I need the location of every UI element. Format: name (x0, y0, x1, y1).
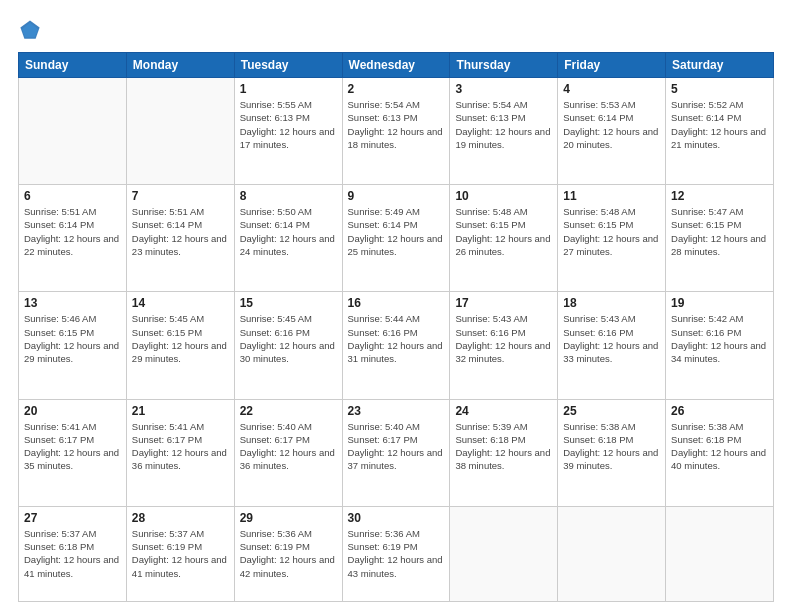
weekday-header-tuesday: Tuesday (234, 53, 342, 78)
calendar-cell (558, 506, 666, 601)
day-info: Sunrise: 5:42 AM Sunset: 6:16 PM Dayligh… (671, 312, 768, 365)
day-info: Sunrise: 5:36 AM Sunset: 6:19 PM Dayligh… (240, 527, 337, 580)
day-info: Sunrise: 5:53 AM Sunset: 6:14 PM Dayligh… (563, 98, 660, 151)
calendar-cell: 12Sunrise: 5:47 AM Sunset: 6:15 PM Dayli… (666, 185, 774, 292)
day-info: Sunrise: 5:51 AM Sunset: 6:14 PM Dayligh… (24, 205, 121, 258)
calendar-cell: 10Sunrise: 5:48 AM Sunset: 6:15 PM Dayli… (450, 185, 558, 292)
day-number: 4 (563, 82, 660, 96)
calendar-cell: 7Sunrise: 5:51 AM Sunset: 6:14 PM Daylig… (126, 185, 234, 292)
calendar-cell: 6Sunrise: 5:51 AM Sunset: 6:14 PM Daylig… (19, 185, 127, 292)
calendar-table: SundayMondayTuesdayWednesdayThursdayFrid… (18, 52, 774, 602)
calendar-cell: 21Sunrise: 5:41 AM Sunset: 6:17 PM Dayli… (126, 399, 234, 506)
day-number: 1 (240, 82, 337, 96)
day-number: 26 (671, 404, 768, 418)
header (18, 18, 774, 42)
day-number: 17 (455, 296, 552, 310)
calendar-cell: 29Sunrise: 5:36 AM Sunset: 6:19 PM Dayli… (234, 506, 342, 601)
day-number: 30 (348, 511, 445, 525)
day-number: 3 (455, 82, 552, 96)
calendar-cell: 11Sunrise: 5:48 AM Sunset: 6:15 PM Dayli… (558, 185, 666, 292)
day-number: 28 (132, 511, 229, 525)
day-info: Sunrise: 5:43 AM Sunset: 6:16 PM Dayligh… (455, 312, 552, 365)
weekday-header-monday: Monday (126, 53, 234, 78)
day-info: Sunrise: 5:38 AM Sunset: 6:18 PM Dayligh… (563, 420, 660, 473)
day-info: Sunrise: 5:48 AM Sunset: 6:15 PM Dayligh… (563, 205, 660, 258)
day-number: 20 (24, 404, 121, 418)
calendar-week-3: 13Sunrise: 5:46 AM Sunset: 6:15 PM Dayli… (19, 292, 774, 399)
calendar-cell: 2Sunrise: 5:54 AM Sunset: 6:13 PM Daylig… (342, 78, 450, 185)
calendar-cell: 28Sunrise: 5:37 AM Sunset: 6:19 PM Dayli… (126, 506, 234, 601)
calendar-week-1: 1Sunrise: 5:55 AM Sunset: 6:13 PM Daylig… (19, 78, 774, 185)
day-info: Sunrise: 5:55 AM Sunset: 6:13 PM Dayligh… (240, 98, 337, 151)
day-info: Sunrise: 5:51 AM Sunset: 6:14 PM Dayligh… (132, 205, 229, 258)
day-number: 23 (348, 404, 445, 418)
day-number: 9 (348, 189, 445, 203)
day-number: 19 (671, 296, 768, 310)
calendar-cell: 24Sunrise: 5:39 AM Sunset: 6:18 PM Dayli… (450, 399, 558, 506)
calendar-cell (450, 506, 558, 601)
day-number: 5 (671, 82, 768, 96)
day-info: Sunrise: 5:38 AM Sunset: 6:18 PM Dayligh… (671, 420, 768, 473)
day-number: 2 (348, 82, 445, 96)
calendar-cell: 23Sunrise: 5:40 AM Sunset: 6:17 PM Dayli… (342, 399, 450, 506)
day-number: 18 (563, 296, 660, 310)
calendar-week-5: 27Sunrise: 5:37 AM Sunset: 6:18 PM Dayli… (19, 506, 774, 601)
calendar-cell (666, 506, 774, 601)
logo (18, 18, 46, 42)
day-info: Sunrise: 5:40 AM Sunset: 6:17 PM Dayligh… (348, 420, 445, 473)
calendar-cell: 15Sunrise: 5:45 AM Sunset: 6:16 PM Dayli… (234, 292, 342, 399)
day-number: 15 (240, 296, 337, 310)
day-number: 11 (563, 189, 660, 203)
calendar-cell: 20Sunrise: 5:41 AM Sunset: 6:17 PM Dayli… (19, 399, 127, 506)
day-info: Sunrise: 5:49 AM Sunset: 6:14 PM Dayligh… (348, 205, 445, 258)
day-number: 25 (563, 404, 660, 418)
calendar-cell: 14Sunrise: 5:45 AM Sunset: 6:15 PM Dayli… (126, 292, 234, 399)
calendar-cell: 4Sunrise: 5:53 AM Sunset: 6:14 PM Daylig… (558, 78, 666, 185)
weekday-header-thursday: Thursday (450, 53, 558, 78)
weekday-header-friday: Friday (558, 53, 666, 78)
calendar-cell (19, 78, 127, 185)
day-info: Sunrise: 5:54 AM Sunset: 6:13 PM Dayligh… (348, 98, 445, 151)
calendar-cell: 30Sunrise: 5:36 AM Sunset: 6:19 PM Dayli… (342, 506, 450, 601)
day-info: Sunrise: 5:44 AM Sunset: 6:16 PM Dayligh… (348, 312, 445, 365)
calendar-cell: 26Sunrise: 5:38 AM Sunset: 6:18 PM Dayli… (666, 399, 774, 506)
day-info: Sunrise: 5:41 AM Sunset: 6:17 PM Dayligh… (24, 420, 121, 473)
day-number: 16 (348, 296, 445, 310)
day-number: 13 (24, 296, 121, 310)
day-info: Sunrise: 5:41 AM Sunset: 6:17 PM Dayligh… (132, 420, 229, 473)
calendar-cell: 3Sunrise: 5:54 AM Sunset: 6:13 PM Daylig… (450, 78, 558, 185)
day-number: 8 (240, 189, 337, 203)
day-info: Sunrise: 5:45 AM Sunset: 6:16 PM Dayligh… (240, 312, 337, 365)
day-info: Sunrise: 5:50 AM Sunset: 6:14 PM Dayligh… (240, 205, 337, 258)
day-info: Sunrise: 5:37 AM Sunset: 6:19 PM Dayligh… (132, 527, 229, 580)
calendar-cell: 1Sunrise: 5:55 AM Sunset: 6:13 PM Daylig… (234, 78, 342, 185)
day-info: Sunrise: 5:45 AM Sunset: 6:15 PM Dayligh… (132, 312, 229, 365)
day-info: Sunrise: 5:46 AM Sunset: 6:15 PM Dayligh… (24, 312, 121, 365)
calendar-cell: 17Sunrise: 5:43 AM Sunset: 6:16 PM Dayli… (450, 292, 558, 399)
day-info: Sunrise: 5:52 AM Sunset: 6:14 PM Dayligh… (671, 98, 768, 151)
calendar-week-2: 6Sunrise: 5:51 AM Sunset: 6:14 PM Daylig… (19, 185, 774, 292)
day-number: 27 (24, 511, 121, 525)
day-info: Sunrise: 5:40 AM Sunset: 6:17 PM Dayligh… (240, 420, 337, 473)
day-info: Sunrise: 5:47 AM Sunset: 6:15 PM Dayligh… (671, 205, 768, 258)
weekday-header-row: SundayMondayTuesdayWednesdayThursdayFrid… (19, 53, 774, 78)
day-number: 29 (240, 511, 337, 525)
day-number: 14 (132, 296, 229, 310)
day-number: 22 (240, 404, 337, 418)
weekday-header-sunday: Sunday (19, 53, 127, 78)
day-number: 21 (132, 404, 229, 418)
calendar-cell: 18Sunrise: 5:43 AM Sunset: 6:16 PM Dayli… (558, 292, 666, 399)
day-number: 10 (455, 189, 552, 203)
calendar-cell: 13Sunrise: 5:46 AM Sunset: 6:15 PM Dayli… (19, 292, 127, 399)
calendar-cell: 19Sunrise: 5:42 AM Sunset: 6:16 PM Dayli… (666, 292, 774, 399)
calendar-cell: 22Sunrise: 5:40 AM Sunset: 6:17 PM Dayli… (234, 399, 342, 506)
calendar-cell: 9Sunrise: 5:49 AM Sunset: 6:14 PM Daylig… (342, 185, 450, 292)
logo-icon (18, 18, 42, 42)
day-number: 7 (132, 189, 229, 203)
page: SundayMondayTuesdayWednesdayThursdayFrid… (0, 0, 792, 612)
day-info: Sunrise: 5:43 AM Sunset: 6:16 PM Dayligh… (563, 312, 660, 365)
day-info: Sunrise: 5:39 AM Sunset: 6:18 PM Dayligh… (455, 420, 552, 473)
calendar-cell: 8Sunrise: 5:50 AM Sunset: 6:14 PM Daylig… (234, 185, 342, 292)
day-info: Sunrise: 5:36 AM Sunset: 6:19 PM Dayligh… (348, 527, 445, 580)
day-number: 6 (24, 189, 121, 203)
